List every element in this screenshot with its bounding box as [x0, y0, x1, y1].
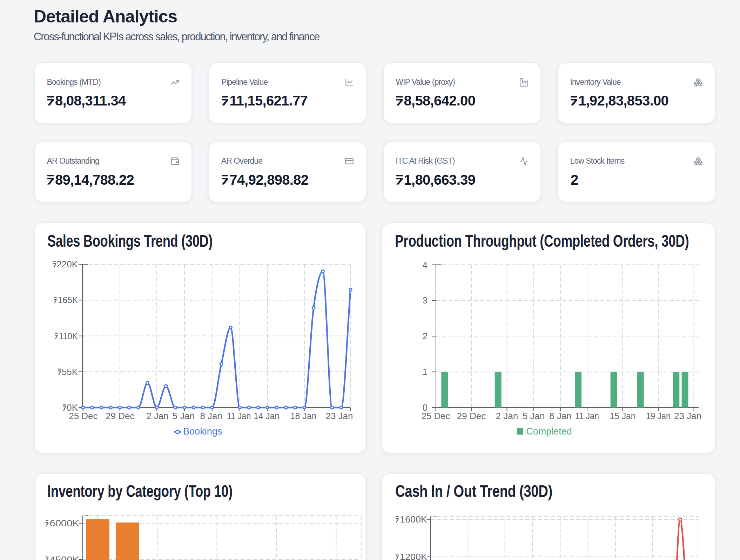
- svg-text:29 Dec: 29 Dec: [106, 411, 134, 421]
- svg-text:220K: 220K: [56, 259, 78, 269]
- svg-text:29 Dec: 29 Dec: [457, 411, 486, 421]
- svg-text:110K: 110K: [59, 331, 78, 341]
- svg-text:8 Jan: 8 Jan: [549, 411, 572, 421]
- svg-text:5 Jan: 5 Jan: [172, 411, 195, 421]
- svg-text:25 Dec: 25 Dec: [69, 411, 97, 421]
- svg-text:4: 4: [423, 260, 428, 270]
- svg-text:14 Jan: 14 Jan: [254, 411, 280, 421]
- svg-text:25 Dec: 25 Dec: [421, 411, 450, 421]
- svg-text:55K: 55K: [62, 367, 78, 377]
- svg-text:165K: 165K: [58, 295, 78, 305]
- svg-text:15 Jan: 15 Jan: [610, 411, 636, 421]
- svg-text:3: 3: [423, 295, 428, 306]
- svg-text:18 Jan: 18 Jan: [290, 411, 317, 421]
- svg-text:19 Jan: 19 Jan: [646, 411, 671, 421]
- svg-text:1200K: 1200K: [400, 552, 428, 560]
- svg-text:23 Jan: 23 Jan: [674, 411, 701, 421]
- svg-text:2: 2: [423, 331, 428, 341]
- svg-text:8 Jan: 8 Jan: [200, 411, 222, 421]
- svg-text:1: 1: [423, 367, 428, 377]
- svg-text:2 Jan: 2 Jan: [146, 411, 169, 421]
- svg-text:4500K: 4500K: [50, 554, 80, 560]
- svg-text:2 Jan: 2 Jan: [496, 411, 518, 421]
- svg-text:11 Jan: 11 Jan: [227, 411, 251, 421]
- svg-text:Completed: Completed: [526, 426, 572, 437]
- svg-text:6000K: 6000K: [50, 518, 80, 528]
- svg-text:5 Jan: 5 Jan: [523, 411, 545, 421]
- svg-text:23 Jan: 23 Jan: [326, 411, 353, 421]
- svg-text:Bookings: Bookings: [183, 426, 222, 437]
- svg-text:11 Jan: 11 Jan: [575, 411, 599, 421]
- svg-text:1600K: 1600K: [400, 514, 428, 525]
